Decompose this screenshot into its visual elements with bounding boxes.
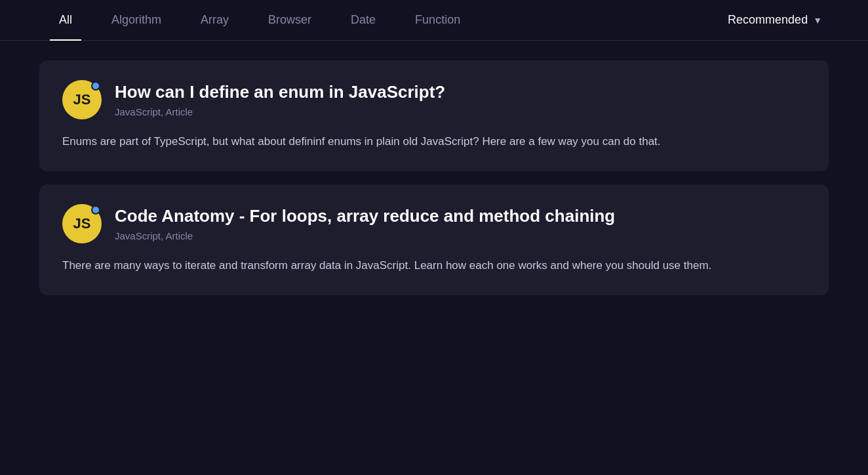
card-description: Enums are part of TypeScript, but what a… [62,133,806,152]
card-tags: JavaScript, Article [115,230,615,241]
card-meta: How can I define an enum in JavaScript? … [115,82,445,117]
article-card-1[interactable]: JS How can I define an enum in JavaScrip… [39,60,829,171]
avatar-wrapper: JS [62,80,102,119]
card-header: JS How can I define an enum in JavaScrip… [62,80,806,119]
tab-function[interactable]: Function [395,0,480,40]
card-title: Code Anatomy - For loops, array reduce a… [115,206,615,226]
tab-all[interactable]: All [39,0,92,40]
avatar-badge [91,81,100,91]
sort-label: Recommended [728,13,808,27]
sort-dropdown-button[interactable]: Recommended ▼ [721,0,829,40]
chevron-down-icon: ▼ [813,15,822,26]
card-header: JS Code Anatomy - For loops, array reduc… [62,204,806,243]
card-description: There are many ways to iterate and trans… [62,257,806,276]
tab-browser[interactable]: Browser [248,0,331,40]
avatar-wrapper: JS [62,204,102,243]
tab-date[interactable]: Date [331,0,395,40]
card-title: How can I define an enum in JavaScript? [115,82,445,102]
card-tags: JavaScript, Article [115,106,445,117]
tab-array[interactable]: Array [181,0,248,40]
avatar-badge [91,205,100,215]
card-meta: Code Anatomy - For loops, array reduce a… [115,206,615,241]
nav-tabs: AllAlgorithmArrayBrowserDateFunction Rec… [0,0,868,41]
article-card-2[interactable]: JS Code Anatomy - For loops, array reduc… [39,184,829,295]
content-area: JS How can I define an enum in JavaScrip… [0,41,868,315]
tab-algorithm[interactable]: Algorithm [92,0,181,40]
